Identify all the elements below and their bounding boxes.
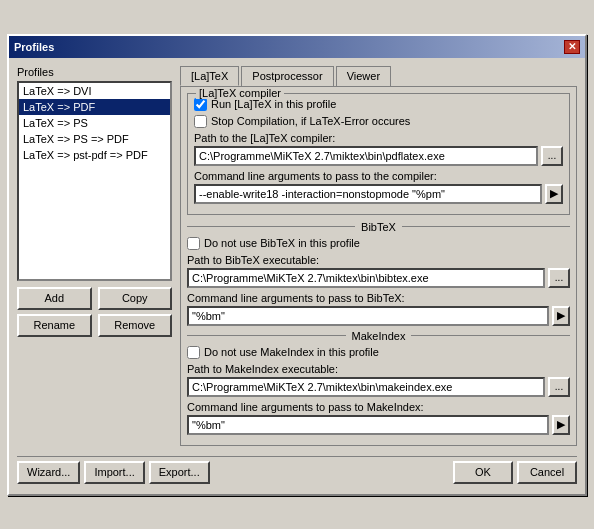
bibtex-nouse-checkbox[interactable] <box>187 237 200 250</box>
main-content: Profiles LaTeX => DVI LaTeX => PDF LaTeX… <box>17 66 577 446</box>
right-panel: [La]TeX Postprocessor Viewer [La]TeX com… <box>180 66 577 446</box>
bibtex-browse-button[interactable]: ... <box>548 268 570 288</box>
bibtex-path-row: ... <box>187 268 570 288</box>
compiler-path-input[interactable] <box>194 146 538 166</box>
path-row: ... <box>194 146 563 166</box>
import-button[interactable]: Import... <box>84 461 144 484</box>
tab-latex[interactable]: [La]TeX <box>180 66 239 86</box>
makeindex-args-label: Command line arguments to pass to MakeIn… <box>187 401 570 413</box>
makeindex-line-right <box>411 335 570 336</box>
bibtex-args-row: ▶ <box>187 306 570 326</box>
makeindex-path-row: ... <box>187 377 570 397</box>
btn-row-2: Rename Remove <box>17 314 172 337</box>
bibtex-nouse-row: Do not use BibTeX in this profile <box>187 237 570 250</box>
makeindex-nouse-checkbox[interactable] <box>187 346 200 359</box>
export-button[interactable]: Export... <box>149 461 210 484</box>
list-item-latex-ps[interactable]: LaTeX => PS <box>19 115 170 131</box>
bottom-left-buttons: Wizard... Import... Export... <box>17 461 210 484</box>
cancel-button[interactable]: Cancel <box>517 461 577 484</box>
makeindex-nouse-label: Do not use MakeIndex in this profile <box>204 346 379 358</box>
bibtex-args-arrow[interactable]: ▶ <box>552 306 570 326</box>
compiler-browse-button[interactable]: ... <box>541 146 563 166</box>
rename-button[interactable]: Rename <box>17 314 92 337</box>
stop-checkbox-row: Stop Compilation, if LaTeX-Error occures <box>194 115 563 128</box>
compiler-group-label: [La]TeX compiler <box>196 87 284 99</box>
copy-button[interactable]: Copy <box>98 287 173 310</box>
compiler-args-input[interactable] <box>194 184 542 204</box>
profiles-label: Profiles <box>17 66 172 78</box>
tab-content-latex: [La]TeX compiler Run [La]TeX in this pro… <box>180 86 577 446</box>
bibtex-nouse-label: Do not use BibTeX in this profile <box>204 237 360 249</box>
dialog-title: Profiles <box>14 41 54 53</box>
list-item-latex-ps-pdf[interactable]: LaTeX => PS => PDF <box>19 131 170 147</box>
stop-checkbox-label: Stop Compilation, if LaTeX-Error occures <box>211 115 410 127</box>
makeindex-nouse-row: Do not use MakeIndex in this profile <box>187 346 570 359</box>
stop-checkbox[interactable] <box>194 115 207 128</box>
list-item-latex-pst-pdf[interactable]: LaTeX => pst-pdf => PDF <box>19 147 170 163</box>
compiler-group: [La]TeX compiler Run [La]TeX in this pro… <box>187 93 570 215</box>
bibtex-line-left <box>187 226 355 227</box>
makeindex-args-input[interactable] <box>187 415 549 435</box>
profiles-sidebar: Profiles LaTeX => DVI LaTeX => PDF LaTeX… <box>17 66 172 446</box>
add-button[interactable]: Add <box>17 287 92 310</box>
btn-row-1: Add Copy <box>17 287 172 310</box>
bibtex-path-input[interactable] <box>187 268 545 288</box>
profiles-dialog: Profiles ✕ Profiles LaTeX => DVI LaTeX =… <box>7 34 587 496</box>
tab-viewer[interactable]: Viewer <box>336 66 391 86</box>
window-body: Profiles LaTeX => DVI LaTeX => PDF LaTeX… <box>9 58 585 494</box>
makeindex-section-label: MakeIndex <box>346 330 412 342</box>
makeindex-line-left <box>187 335 346 336</box>
compiler-args-arrow[interactable]: ▶ <box>545 184 563 204</box>
makeindex-path-input[interactable] <box>187 377 545 397</box>
profile-action-buttons: Add Copy Rename Remove <box>17 287 172 337</box>
bottom-right-buttons: OK Cancel <box>453 461 577 484</box>
bibtex-path-label: Path to BibTeX executable: <box>187 254 570 266</box>
cmdargs-label: Command line arguments to pass to the co… <box>194 170 563 182</box>
bibtex-args-input[interactable] <box>187 306 549 326</box>
makeindex-args-arrow[interactable]: ▶ <box>552 415 570 435</box>
list-item-latex-pdf[interactable]: LaTeX => PDF <box>19 99 170 115</box>
tab-postprocessor[interactable]: Postprocessor <box>241 66 333 86</box>
run-checkbox-label: Run [La]TeX in this profile <box>211 98 336 110</box>
profiles-list[interactable]: LaTeX => DVI LaTeX => PDF LaTeX => PS La… <box>17 81 172 281</box>
bibtex-section-label: BibTeX <box>355 221 402 233</box>
makeindex-args-row: ▶ <box>187 415 570 435</box>
makeindex-browse-button[interactable]: ... <box>548 377 570 397</box>
close-button[interactable]: ✕ <box>564 40 580 54</box>
run-checkbox[interactable] <box>194 98 207 111</box>
bottom-bar: Wizard... Import... Export... OK Cancel <box>17 456 577 486</box>
tab-bar: [La]TeX Postprocessor Viewer <box>180 66 577 86</box>
title-bar: Profiles ✕ <box>9 36 585 58</box>
ok-button[interactable]: OK <box>453 461 513 484</box>
bibtex-divider: BibTeX <box>187 221 570 233</box>
path-label: Path to the [La]TeX compiler: <box>194 132 563 144</box>
list-item-latex-dvi[interactable]: LaTeX => DVI <box>19 83 170 99</box>
bibtex-args-label: Command line arguments to pass to BibTeX… <box>187 292 570 304</box>
remove-button[interactable]: Remove <box>98 314 173 337</box>
cmdargs-row: ▶ <box>194 184 563 204</box>
bibtex-line-right <box>402 226 570 227</box>
makeindex-divider: MakeIndex <box>187 330 570 342</box>
run-checkbox-row: Run [La]TeX in this profile <box>194 98 563 111</box>
wizard-button[interactable]: Wizard... <box>17 461 80 484</box>
makeindex-path-label: Path to MakeIndex executable: <box>187 363 570 375</box>
